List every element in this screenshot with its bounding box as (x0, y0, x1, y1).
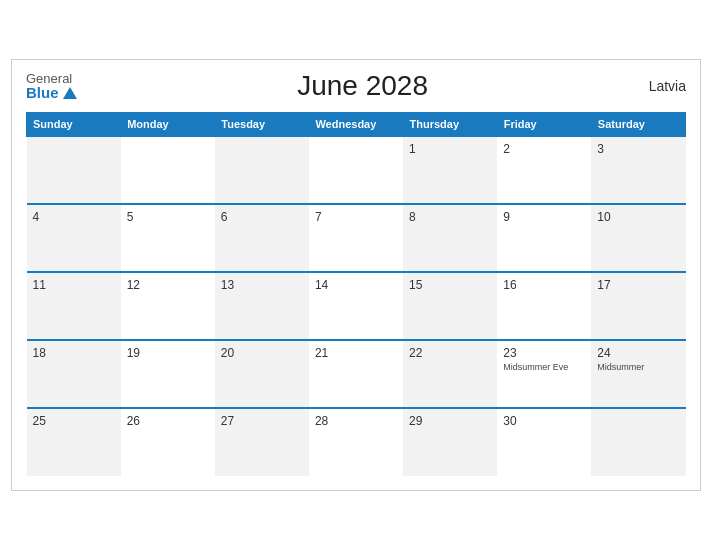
event-text: Midsummer Eve (503, 362, 585, 372)
day-number: 20 (221, 346, 303, 360)
day-number: 16 (503, 278, 585, 292)
calendar-cell: 6 (215, 204, 309, 272)
calendar-cell: 5 (121, 204, 215, 272)
calendar-cell: 27 (215, 408, 309, 476)
day-number: 13 (221, 278, 303, 292)
calendar-cell: 24Midsummer (591, 340, 685, 408)
week-row-3: 181920212223Midsummer Eve24Midsummer (27, 340, 686, 408)
day-number: 5 (127, 210, 209, 224)
day-number: 27 (221, 414, 303, 428)
weekday-header-friday: Friday (497, 113, 591, 137)
day-number: 7 (315, 210, 397, 224)
calendar-cell: 1 (403, 136, 497, 204)
calendar-cell (215, 136, 309, 204)
day-number: 2 (503, 142, 585, 156)
calendar-container: General Blue June 2028 Latvia SundayMond… (11, 59, 701, 491)
logo-area: General Blue (26, 72, 77, 100)
calendar-cell: 14 (309, 272, 403, 340)
day-number: 19 (127, 346, 209, 360)
day-number: 9 (503, 210, 585, 224)
calendar-cell: 2 (497, 136, 591, 204)
calendar-cell: 4 (27, 204, 121, 272)
calendar-title: June 2028 (297, 70, 428, 102)
calendar-thead: SundayMondayTuesdayWednesdayThursdayFrid… (27, 113, 686, 137)
day-number: 4 (33, 210, 115, 224)
day-number: 25 (33, 414, 115, 428)
weekday-header-thursday: Thursday (403, 113, 497, 137)
day-number: 15 (409, 278, 491, 292)
calendar-cell: 21 (309, 340, 403, 408)
calendar-cell: 10 (591, 204, 685, 272)
week-row-0: 123 (27, 136, 686, 204)
day-number: 10 (597, 210, 679, 224)
weekday-header-saturday: Saturday (591, 113, 685, 137)
weekday-header-wednesday: Wednesday (309, 113, 403, 137)
calendar-cell (27, 136, 121, 204)
day-number: 30 (503, 414, 585, 428)
calendar-cell: 11 (27, 272, 121, 340)
calendar-cell: 19 (121, 340, 215, 408)
country-label: Latvia (649, 78, 686, 94)
calendar-cell: 23Midsummer Eve (497, 340, 591, 408)
day-number: 17 (597, 278, 679, 292)
calendar-cell: 30 (497, 408, 591, 476)
calendar-cell: 17 (591, 272, 685, 340)
calendar-cell (121, 136, 215, 204)
calendar-cell: 3 (591, 136, 685, 204)
day-number: 3 (597, 142, 679, 156)
calendar-cell: 25 (27, 408, 121, 476)
week-row-2: 11121314151617 (27, 272, 686, 340)
calendar-cell: 9 (497, 204, 591, 272)
weekday-header-tuesday: Tuesday (215, 113, 309, 137)
calendar-cell: 18 (27, 340, 121, 408)
event-text: Midsummer (597, 362, 679, 372)
day-number: 12 (127, 278, 209, 292)
week-row-1: 45678910 (27, 204, 686, 272)
day-number: 21 (315, 346, 397, 360)
calendar-cell: 26 (121, 408, 215, 476)
weekday-header-row: SundayMondayTuesdayWednesdayThursdayFrid… (27, 113, 686, 137)
day-number: 8 (409, 210, 491, 224)
calendar-cell: 16 (497, 272, 591, 340)
day-number: 11 (33, 278, 115, 292)
weekday-header-monday: Monday (121, 113, 215, 137)
week-row-4: 252627282930 (27, 408, 686, 476)
day-number: 6 (221, 210, 303, 224)
calendar-cell: 22 (403, 340, 497, 408)
calendar-header: General Blue June 2028 Latvia (26, 70, 686, 102)
day-number: 23 (503, 346, 585, 360)
calendar-cell: 15 (403, 272, 497, 340)
calendar-cell: 12 (121, 272, 215, 340)
calendar-cell: 8 (403, 204, 497, 272)
weekday-header-sunday: Sunday (27, 113, 121, 137)
logo-triangle-icon (63, 87, 77, 99)
logo-blue: Blue (26, 85, 77, 100)
day-number: 14 (315, 278, 397, 292)
day-number: 28 (315, 414, 397, 428)
day-number: 1 (409, 142, 491, 156)
day-number: 22 (409, 346, 491, 360)
calendar-tbody: 1234567891011121314151617181920212223Mid… (27, 136, 686, 476)
day-number: 18 (33, 346, 115, 360)
calendar-cell: 20 (215, 340, 309, 408)
day-number: 26 (127, 414, 209, 428)
calendar-grid: SundayMondayTuesdayWednesdayThursdayFrid… (26, 112, 686, 476)
calendar-cell: 13 (215, 272, 309, 340)
calendar-cell (591, 408, 685, 476)
calendar-cell: 7 (309, 204, 403, 272)
day-number: 29 (409, 414, 491, 428)
day-number: 24 (597, 346, 679, 360)
calendar-cell: 29 (403, 408, 497, 476)
calendar-cell: 28 (309, 408, 403, 476)
calendar-cell (309, 136, 403, 204)
